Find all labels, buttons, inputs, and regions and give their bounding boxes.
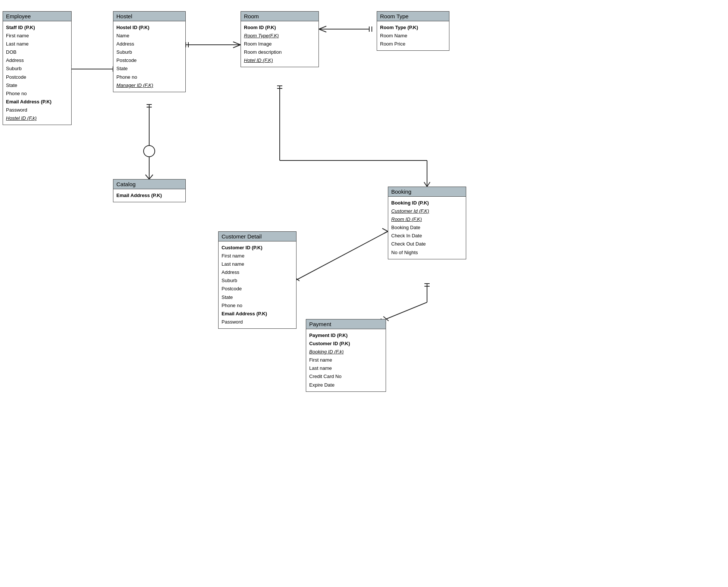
svg-line-38 <box>386 302 427 319</box>
field-hostel-0: Hostel ID (P.K) <box>116 24 182 32</box>
field-room_type-0: Room Type (P.K) <box>380 24 446 32</box>
field-payment-0: Payment ID (P.K) <box>309 331 383 340</box>
svg-line-20 <box>319 26 326 29</box>
field-employee-4: Address <box>6 56 68 65</box>
entity-body-room: Room ID (P.K)Room Type(F.K)Room ImageRoo… <box>241 21 318 67</box>
field-booking-0: Booking ID (P.K) <box>391 199 463 207</box>
svg-line-9 <box>145 175 149 179</box>
field-hostel-3: Suburb <box>116 48 182 56</box>
entity-customer_detail: Customer DetailCustomer ID (P.K)First na… <box>218 231 296 329</box>
entity-body-room_type: Room Type (P.K)Room NameRoom Price <box>377 21 449 50</box>
field-customer_detail-6: State <box>222 293 293 302</box>
entity-body-payment: Payment ID (P.K)Customer ID (P.K)Booking… <box>306 329 386 391</box>
field-employee-3: DOB <box>6 48 68 56</box>
field-payment-2: Booking ID (F.k) <box>309 348 383 356</box>
field-customer_detail-3: Address <box>222 268 293 277</box>
field-room-2: Room Image <box>244 40 316 48</box>
svg-line-30 <box>424 182 427 187</box>
field-hostel-1: Name <box>116 32 182 40</box>
entity-room: RoomRoom ID (P.K)Room Type(F.K)Room Imag… <box>241 11 319 67</box>
field-customer_detail-7: Phone no <box>222 302 293 310</box>
field-room_type-2: Room Price <box>380 40 446 48</box>
entity-header-room_type: Room Type <box>377 12 449 21</box>
field-employee-6: Postcode <box>6 73 68 81</box>
field-room-3: Room description <box>244 48 316 56</box>
field-customer_detail-9: Password <box>222 318 293 326</box>
svg-line-16 <box>233 42 241 45</box>
entity-body-customer_detail: Customer ID (P.K)First nameLast nameAddr… <box>219 241 296 328</box>
field-hostel-2: Address <box>116 40 182 48</box>
svg-line-17 <box>233 45 241 48</box>
field-customer_detail-1: First name <box>222 252 293 260</box>
entity-body-booking: Booking ID (P.K)Customer Id (F.K)Room ID… <box>388 197 466 259</box>
entity-header-customer_detail: Customer Detail <box>219 232 296 241</box>
entity-employee: EmployeeStaff ID (P.K)First nameLast nam… <box>3 11 72 125</box>
field-customer_detail-4: Suburb <box>222 277 293 285</box>
entity-header-payment: Payment <box>306 319 386 329</box>
field-booking-1: Customer Id (F.K) <box>391 207 463 215</box>
svg-line-35 <box>382 228 388 231</box>
field-booking-2: Room ID (F.K) <box>391 215 463 224</box>
entity-booking: BookingBooking ID (P.K)Customer Id (F.K)… <box>388 187 466 259</box>
field-customer_detail-5: Postcode <box>222 285 293 293</box>
field-customer_detail-8: Email Address (P.K) <box>222 310 293 318</box>
entity-body-hostel: Hostel ID (P.K)NameAddressSuburbPostcode… <box>113 21 185 92</box>
field-booking-3: Booking Date <box>391 224 463 232</box>
entity-payment: PaymentPayment ID (P.K)Customer ID (P.K)… <box>306 319 386 392</box>
field-employee-5: Suburb <box>6 65 68 73</box>
field-employee-0: Staff ID (P.K) <box>6 24 68 32</box>
entity-header-employee: Employee <box>3 12 71 21</box>
field-employee-1: First name <box>6 32 68 40</box>
field-employee-9: Email Address (P.K) <box>6 98 68 106</box>
entity-header-room: Room <box>241 12 318 21</box>
field-employee-10: Password <box>6 106 68 114</box>
field-room-1: Room Type(F.K) <box>244 32 316 40</box>
field-employee-8: Phone no <box>6 90 68 98</box>
entity-body-catalog: Email Address (P.K) <box>113 189 185 202</box>
field-hostel-6: Phone no <box>116 73 182 81</box>
field-room-4: Hotel ID (F.K) <box>244 56 316 65</box>
field-hostel-5: State <box>116 65 182 73</box>
field-booking-4: Check In Date <box>391 232 463 240</box>
entity-header-booking: Booking <box>388 187 466 197</box>
svg-line-10 <box>149 175 153 179</box>
svg-line-36 <box>384 231 388 233</box>
field-booking-6: No of Nights <box>391 249 463 257</box>
field-customer_detail-2: Last name <box>222 260 293 268</box>
svg-line-31 <box>427 182 430 187</box>
svg-line-33 <box>296 231 388 280</box>
field-booking-5: Check Out Date <box>391 240 463 248</box>
entity-room_type: Room TypeRoom Type (P.K)Room NameRoom Pr… <box>377 11 449 51</box>
field-catalog-0: Email Address (P.K) <box>116 191 182 200</box>
field-payment-1: Customer ID (P.K) <box>309 340 383 348</box>
field-employee-11: Hostel ID (F.k) <box>6 114 68 122</box>
entity-hostel: HostelHostel ID (P.K)NameAddressSuburbPo… <box>113 11 186 92</box>
field-hostel-4: Postcode <box>116 56 182 65</box>
field-payment-3: First name <box>309 356 383 364</box>
field-payment-4: Last name <box>309 364 383 372</box>
svg-line-21 <box>319 29 326 32</box>
svg-point-7 <box>144 146 155 157</box>
entity-header-catalog: Catalog <box>113 179 185 189</box>
field-payment-6: Expire Date <box>309 381 383 389</box>
field-room_type-1: Room Name <box>380 32 446 40</box>
field-employee-7: State <box>6 81 68 90</box>
entity-header-hostel: Hostel <box>113 12 185 21</box>
entity-body-employee: Staff ID (P.K)First nameLast nameDOBAddr… <box>3 21 71 125</box>
field-room-0: Room ID (P.K) <box>244 24 316 32</box>
field-customer_detail-0: Customer ID (P.K) <box>222 244 293 252</box>
field-hostel-7: Manager ID (F.K) <box>116 81 182 90</box>
entity-catalog: CatalogEmail Address (P.K) <box>113 179 186 202</box>
field-payment-5: Credit Card No <box>309 372 383 381</box>
field-employee-2: Last name <box>6 40 68 48</box>
connections-layer <box>0 0 728 587</box>
